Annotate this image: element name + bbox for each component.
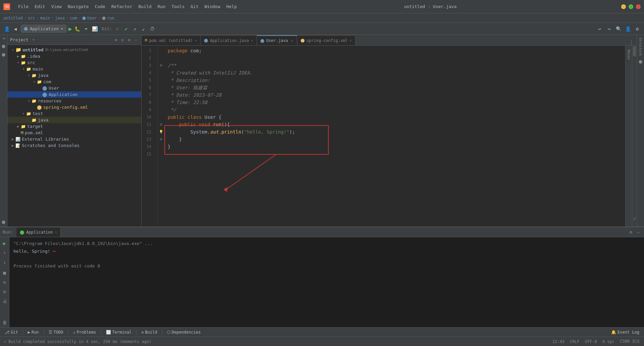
run-scroll-up-btn[interactable]: ↑ [1, 249, 8, 256]
gutter-bulb[interactable]: 💡 [158, 128, 164, 136]
breadcrumb-user[interactable]: User [87, 16, 97, 20]
menu-run[interactable]: Run [155, 3, 168, 10]
btoolbar-build[interactable]: ⚒ Build [139, 329, 159, 335]
tree-pom-xml[interactable]: M pom.xml [7, 130, 141, 136]
menu-edit[interactable]: Edit [32, 3, 48, 10]
debug-button[interactable]: 🐛 [74, 26, 81, 32]
btoolbar-event-log[interactable]: 🔔 Event Log [609, 329, 641, 335]
breadcrumb-main[interactable]: main [40, 16, 50, 20]
run-stop-btn[interactable]: ■ [1, 269, 8, 276]
tree-java[interactable]: ▾ 📁 java [7, 72, 141, 79]
tree-user-java[interactable]: ⬤ User [7, 85, 141, 91]
menu-code[interactable]: Code [92, 3, 108, 10]
tree-scratches[interactable]: ▶ 📝 Scratches and Consoles [7, 142, 141, 149]
btoolbar-run[interactable]: ▶ Run [26, 329, 41, 335]
tree-idea[interactable]: ▶ 📁 .idea [7, 53, 141, 59]
breadcrumb-java[interactable]: java [55, 16, 65, 20]
tab-pom-close[interactable]: ✕ [195, 38, 197, 43]
gutter-11[interactable]: ⊟ [158, 121, 164, 128]
btoolbar-terminal[interactable]: ⬜ Terminal [104, 329, 134, 335]
maximize-button[interactable]: □ [629, 4, 633, 9]
tab-pom-xml[interactable]: M pom.xml (untitled) ✕ [142, 35, 201, 45]
breadcrumb-untitled[interactable]: untitled [3, 16, 23, 20]
tab-user-close[interactable]: ✕ [291, 39, 293, 43]
run-button[interactable]: ▶ [68, 25, 72, 32]
run-tool2-btn[interactable]: ⚙ [1, 288, 8, 295]
editor-scrollbar[interactable]: ✓ [632, 46, 637, 227]
search-everywhere-icon[interactable]: 🔍 [615, 26, 622, 32]
structure-icon[interactable]: ⬤ [639, 60, 642, 63]
code-editor[interactable]: 1 2 3 4 5 6 7 8 9 10 11 12 13 14 15 [142, 46, 637, 227]
tree-target[interactable]: ▶ 📁 target [7, 123, 141, 130]
panel-hide[interactable]: — [133, 37, 139, 43]
toolbar-back-icon[interactable]: ◀ [12, 26, 19, 32]
bottom-tab-application[interactable]: ⬤ Application ✕ [16, 228, 61, 237]
menu-navigate[interactable]: Navigate [65, 3, 92, 10]
status-line-sep[interactable]: CRLF [570, 339, 580, 344]
redo-icon[interactable]: ↪ [606, 26, 612, 32]
left-icon-3[interactable]: ⬤ [2, 53, 5, 56]
tree-test[interactable]: ▾ 📁 test [7, 110, 141, 117]
menu-git[interactable]: Git [188, 3, 201, 10]
panel-settings[interactable]: ⚙ [126, 37, 132, 43]
menu-view[interactable]: View [49, 3, 64, 10]
btoolbar-problems[interactable]: ⚠ Problems [71, 329, 98, 335]
run-panel-minimize[interactable]: — [635, 229, 641, 235]
run-tab-close[interactable]: ✕ [55, 230, 57, 234]
settings-icon[interactable]: ⚙ [634, 26, 641, 32]
tree-src[interactable]: ▾ 📁 src [7, 59, 141, 66]
tab-spring-close[interactable]: ✕ [350, 38, 352, 43]
toolbar-vcs-icon[interactable]: 👤 [3, 26, 10, 32]
menu-help[interactable]: Help [224, 3, 239, 10]
status-position[interactable]: 12:43 [552, 339, 565, 344]
coverage-button[interactable]: ☂ [83, 26, 90, 32]
tab-more-button[interactable]: ⋮ [626, 39, 637, 45]
git-checkmark-icon[interactable]: ✓ [114, 26, 121, 32]
run-panel-settings[interactable]: ⚙ [628, 229, 634, 235]
tree-external-libs[interactable]: ▶ 📊 External Libraries [7, 136, 141, 142]
scrollbar-thumb[interactable] [633, 46, 636, 56]
structure-label[interactable]: Structure [639, 38, 642, 56]
git-check2-icon[interactable]: ✔ [123, 26, 129, 32]
menu-file[interactable]: File [15, 3, 31, 10]
tree-com[interactable]: ▾ 📁 com [7, 79, 141, 85]
left-icon-bottom[interactable]: ⬤ [2, 220, 5, 224]
profile-button[interactable]: 📊 [92, 26, 98, 32]
breadcrumb-run[interactable]: run [107, 16, 114, 20]
left-icon-project[interactable]: P [2, 38, 5, 40]
git-push-icon[interactable]: ↗ [131, 26, 138, 32]
project-dropdown-arrow[interactable]: ▾ [33, 38, 35, 42]
run-tool1-btn[interactable]: ≡ [1, 279, 8, 286]
tree-application-java[interactable]: ⬤ Application [7, 91, 141, 98]
gutter-3[interactable]: ⊟ [158, 62, 164, 69]
gutter-13[interactable]: ⊟ [158, 136, 164, 143]
btoolbar-git[interactable]: ⎇ Git [3, 329, 20, 335]
btoolbar-dependencies[interactable]: ⬡ Dependencies [165, 329, 203, 335]
tree-root-untitled[interactable]: ▾ 📁 untitled D:\java-ee\untitled [7, 46, 141, 53]
minimize-button[interactable]: — [621, 4, 626, 9]
breadcrumb-src[interactable]: src [28, 16, 35, 20]
maven-label[interactable]: Maven [627, 50, 631, 60]
run-config-dropdown[interactable]: ⬤ Application ▾ [21, 25, 66, 33]
tree-spring-config[interactable]: ⬤ spring-config.xml [7, 104, 141, 110]
status-encoding[interactable]: UTF-8 [585, 339, 597, 344]
menu-refactor[interactable]: Refactor [109, 3, 135, 10]
left-icon-2[interactable]: ⬤ [2, 44, 5, 48]
tab-app-close[interactable]: ✕ [251, 38, 253, 43]
run-print-btn[interactable]: 🖨 [1, 298, 8, 304]
close-button[interactable]: ✕ [636, 4, 641, 9]
status-indent[interactable]: 4 spc [602, 339, 614, 344]
tree-test-java[interactable]: 📁 java [7, 117, 141, 123]
menu-build[interactable]: Build [136, 3, 154, 10]
panel-scroll-from-source[interactable]: ◎ [120, 37, 125, 43]
run-clear-btn[interactable]: 🗑 [1, 319, 8, 326]
panel-collapse-all[interactable]: ≡ [113, 37, 118, 43]
breadcrumb-com[interactable]: com [70, 16, 77, 20]
code-content[interactable]: package com; /** * Created with IntelIiJ… [164, 46, 637, 227]
tab-user-java[interactable]: ⬤ User.java ✕ [257, 35, 297, 45]
user-icon[interactable]: 👤 [625, 26, 631, 32]
run-restart-btn[interactable]: ▶ [1, 240, 8, 247]
btoolbar-todo[interactable]: ☰ TODO [47, 329, 65, 335]
menu-tools[interactable]: Tools [169, 3, 187, 10]
tree-main[interactable]: ▾ 📁 main [7, 66, 141, 72]
